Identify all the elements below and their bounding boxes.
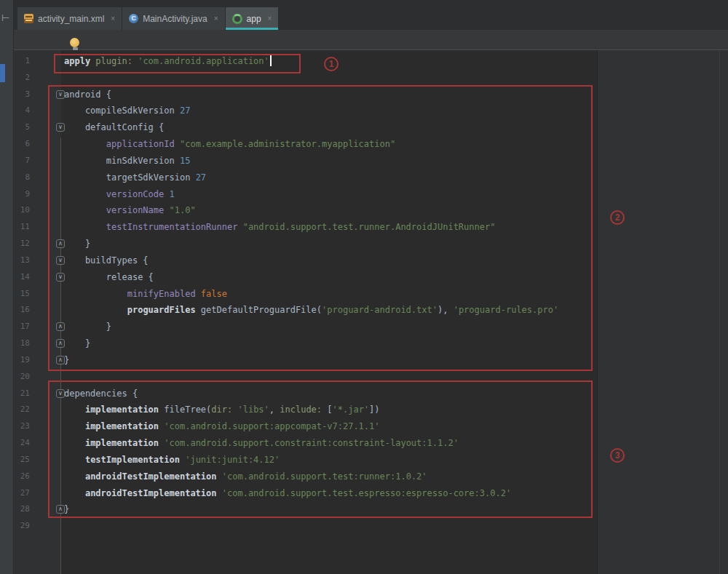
editor-tab-bar: activity_main.xml × C MainActivity.java …	[14, 0, 728, 30]
annotation-badge-1: 1	[324, 57, 339, 71]
line-number: 29	[14, 518, 30, 535]
tab-activity-main-xml[interactable]: activity_main.xml ×	[17, 7, 122, 30]
close-icon[interactable]: ×	[111, 15, 115, 23]
line-number: 21	[14, 386, 30, 402]
line-number: 8	[14, 170, 30, 186]
line-number: 1	[14, 53, 30, 70]
tab-mainactivity-java[interactable]: C MainActivity.java ×	[122, 7, 225, 30]
line-number: 22	[14, 402, 30, 418]
intention-lightbulb-icon[interactable]	[70, 38, 80, 52]
code-line[interactable]	[61, 518, 597, 535]
layout-xml-file-icon	[24, 14, 33, 23]
line-number: 16	[14, 302, 30, 319]
tool-window-toggle-icon[interactable]: ⊢	[1, 13, 9, 23]
line-number: 25	[14, 452, 30, 469]
line-number: 4	[14, 103, 30, 119]
line-number: 18	[14, 335, 30, 352]
annotation-box-2	[48, 85, 593, 371]
line-number: 19	[14, 352, 30, 369]
line-number: 15	[14, 286, 30, 303]
line-number: 13	[14, 252, 30, 269]
line-number: 26	[14, 469, 30, 485]
gradle-icon	[232, 14, 242, 24]
editor-top-strip	[14, 30, 728, 50]
annotation-badge-2: 2	[610, 210, 625, 225]
line-number: 17	[14, 319, 30, 335]
close-icon[interactable]: ×	[268, 15, 272, 23]
tab-label: MainActivity.java	[143, 14, 207, 24]
gutter-row: 29	[14, 518, 61, 535]
editor-right-panel	[597, 50, 728, 574]
editor-right-edge	[719, 50, 720, 574]
line-number: 12	[14, 236, 30, 252]
tab-label: app	[247, 14, 261, 24]
left-tool-stripe: ⊢	[0, 0, 14, 574]
tab-app-gradle[interactable]: app ×	[226, 7, 280, 30]
annotation-box-1	[54, 54, 301, 73]
line-number: 6	[14, 136, 30, 153]
line-number: 23	[14, 418, 30, 435]
tool-stripe-indicator	[0, 64, 5, 82]
annotation-badge-3: 3	[610, 448, 625, 463]
annotation-box-3	[48, 380, 593, 518]
line-number: 14	[14, 269, 30, 286]
line-number: 11	[14, 219, 30, 236]
line-number: 10	[14, 202, 30, 219]
line-number: 9	[14, 186, 30, 203]
java-class-icon: C	[129, 14, 138, 23]
tab-label: activity_main.xml	[38, 14, 104, 24]
line-number: 24	[14, 435, 30, 452]
line-number: 20	[14, 369, 30, 386]
line-number: 3	[14, 87, 30, 103]
close-icon[interactable]: ×	[214, 15, 218, 23]
tab-strip: activity_main.xml × C MainActivity.java …	[17, 7, 279, 30]
line-number: 7	[14, 153, 30, 170]
android-studio-window: ⊢ activity_main.xml × C MainActivity.jav…	[0, 0, 728, 574]
line-number: 5	[14, 119, 30, 136]
line-number: 28	[14, 501, 30, 518]
line-number: 2	[14, 70, 30, 87]
line-number: 27	[14, 485, 30, 502]
